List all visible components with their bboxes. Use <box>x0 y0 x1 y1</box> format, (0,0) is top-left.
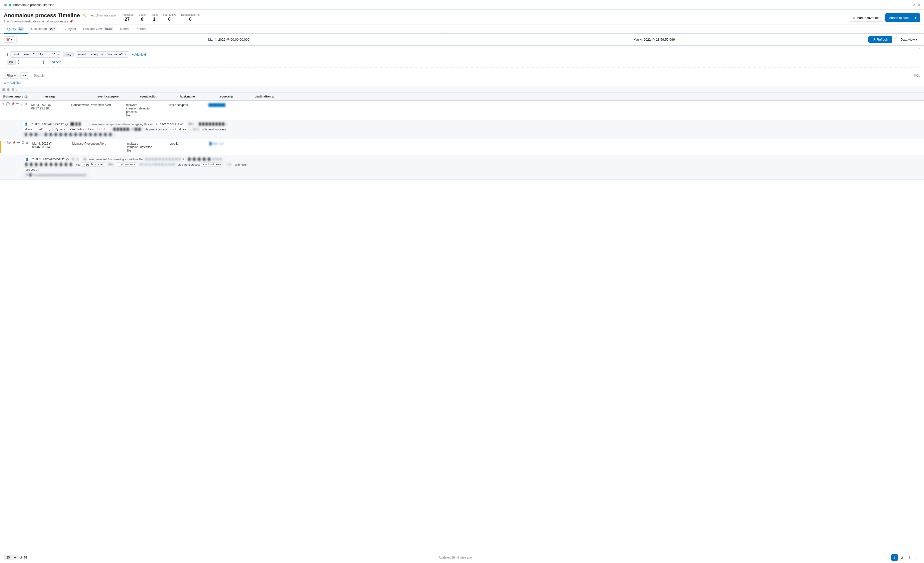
tab-query[interactable]: Query 53 <box>4 24 28 34</box>
row1-timestamp: Mar 4, 2022 @ 09:57:25.728 <box>29 102 69 111</box>
row1-host-link[interactable]: ████████ <box>208 103 225 107</box>
maximize-icon[interactable]: ⤢ <box>912 3 915 7</box>
attach-to-case-button[interactable]: Attach to case ▾ <box>885 13 920 22</box>
footer-total: 53 <box>24 556 27 559</box>
page-1-button[interactable]: 1 <box>891 554 898 561</box>
empty-query-group <box>21 61 41 63</box>
add-field-link-2[interactable]: + Add field <box>47 60 61 64</box>
col-header-message[interactable]: message <box>40 93 95 100</box>
table-row: ✎ 💬 📌 ••• ☑ ⊞ Mar 4, 2022 @ 09:46:33.614… <box>0 139 924 180</box>
tab-pinned[interactable]: Pinned <box>132 24 149 34</box>
row2-expand-icon[interactable]: ✎ <box>3 141 6 144</box>
row2-note-icon[interactable]: 💬 <box>7 141 11 144</box>
page-2-button[interactable]: 2 <box>899 554 905 561</box>
tab-query-badge: 53 <box>18 27 24 31</box>
or-operator[interactable]: OR <box>7 60 16 64</box>
col-event-action-label: event.action <box>140 95 158 98</box>
stat-source-ips-value: 0 <box>168 17 171 22</box>
filter-host-name[interactable]: host.name: "1 d1s...n.1" ✎ <box>10 51 61 58</box>
divider <box>912 15 912 20</box>
row2-event-action: creation <box>167 141 207 146</box>
table-fields-icon[interactable]: ⊟ <box>12 87 15 91</box>
row2-detail-line3: success <box>24 168 920 172</box>
share-icon[interactable]: ⤴ <box>894 37 896 42</box>
row1-detail-hash2: █↑█↓█↑█↓█↑█↓█↑█↓ <box>197 122 228 126</box>
page-title: Anomalous process Timeline <box>4 12 80 19</box>
row1-arg2: Bypass <box>54 127 67 132</box>
row1-more-icon[interactable]: ••• <box>16 102 19 106</box>
data-view-button[interactable]: Data view ▾ <box>898 36 920 43</box>
sort-badge: 1 <box>24 95 28 98</box>
table-gear-icon[interactable]: ⚙ <box>7 87 10 91</box>
refresh-button[interactable]: ↺ Refresh <box>868 36 892 43</box>
stat-hosts-value: 1 <box>153 17 155 22</box>
row1-expand-icon[interactable]: ✎ <box>2 102 5 106</box>
edit-icon[interactable]: ✏️ <box>82 13 87 18</box>
page-next-button[interactable]: › <box>914 554 920 561</box>
col-host-name-label: host.name <box>180 95 195 98</box>
row1-check-icon[interactable]: ☑ <box>21 102 23 106</box>
row1-note-icon[interactable]: 💬 <box>6 102 10 106</box>
per-page-select[interactable]: 25 10 50 100 <box>4 555 18 560</box>
row1-pin-icon[interactable]: 📌 <box>11 102 15 106</box>
tab-correlation[interactable]: Correlation 297 <box>28 24 60 34</box>
row2-expand-btn[interactable]: ⊞ <box>26 141 28 144</box>
row1-cat-2: intrusion_detection <box>126 107 164 110</box>
row2-check-icon[interactable]: ☑ <box>21 141 24 144</box>
row1-cat-1: malware <box>126 103 164 107</box>
col-headers: @timestamp ↓ 1 message event.category ev… <box>0 93 924 101</box>
row2-parent-via: via parent process <box>178 163 200 166</box>
row2-pin-icon[interactable]: 📌 <box>12 141 16 144</box>
filter-event-category[interactable]: event.category: "malware" ✕ <box>76 51 129 58</box>
col-header-dest-ip[interactable]: destination.ip <box>252 93 287 100</box>
col-header-event-cat[interactable]: event.category <box>95 93 138 100</box>
row2-detail-user: 👤 SYSTEM <box>24 157 42 161</box>
page-3-button[interactable]: 3 <box>906 554 913 561</box>
row1-main: ✎ 💬 📌 ••• ☑ ⊞ Mar 4, 2022 @ 09:57:25.728… <box>0 101 924 120</box>
col-header-host-name[interactable]: host.name <box>177 93 217 100</box>
row2-more-icon[interactable]: ••• <box>17 141 20 144</box>
time-range-picker[interactable]: Mar 4, 2022 @ 00:00:00.000 → Mar 4, 2022… <box>16 36 866 43</box>
filter-button[interactable]: Filter ▾ <box>4 73 18 79</box>
page-prev-button[interactable]: ‹ <box>884 554 890 561</box>
row1-parent-hash: 1b↑1 <box>191 127 201 132</box>
row2-pid: 1N1↑ <box>106 162 116 166</box>
row1-cat-4: file <box>126 114 164 117</box>
close-icon[interactable]: ✕ <box>917 3 920 7</box>
tab-notes[interactable]: Notes <box>117 24 132 34</box>
add-to-favorites-button[interactable]: ☆ Add to favorites <box>849 14 883 22</box>
row2-in: in <box>183 158 186 161</box>
field-selector[interactable]: ≡ ▾ <box>21 72 29 79</box>
row1-event-action: files-encrypted <box>166 102 206 108</box>
tab-session-view[interactable]: Session View BETA <box>80 24 117 34</box>
filter-host-name-pencil[interactable]: ✎ <box>57 52 59 56</box>
row2-host-name: █ d1s...n.1 <box>207 141 247 146</box>
col-dest-ip-label: destination.ip <box>255 95 274 98</box>
col-header-source-ip[interactable]: source.ip <box>217 93 252 100</box>
row1-cat-3: process <box>126 110 164 114</box>
tab-query-label: Query <box>7 27 16 31</box>
row1-detail-backslash: \ <box>42 123 43 126</box>
time-arrow-icon: → <box>438 37 445 41</box>
row2-host-link[interactable]: █ d1s...n.1 <box>210 142 224 145</box>
search-box[interactable] <box>31 72 912 79</box>
table-settings-icon[interactable]: ⊞ <box>2 87 5 91</box>
add-filter-button[interactable]: ⊕ + Add filter <box>4 81 21 84</box>
row1-expand-btn[interactable]: ⊞ <box>24 102 27 106</box>
col-header-timestamp[interactable]: @timestamp ↓ 1 <box>0 93 40 100</box>
add-field-link[interactable]: + Add field <box>132 53 146 56</box>
col-header-event-action[interactable]: event.action <box>138 93 177 100</box>
add-icon[interactable]: ⊕ <box>4 3 7 7</box>
table-sort-icon[interactable]: ↕ <box>16 87 18 91</box>
filter-event-category-close[interactable]: ✕ <box>125 52 126 56</box>
row2-timestamp: Mar 4, 2022 @ 09:46:33.614 <box>30 141 70 150</box>
row2-with-result: with result <box>235 163 248 166</box>
calendar-picker[interactable]: 📅 ▾ <box>4 36 15 43</box>
top-bar: ⊕ Anomalous process Timeline ⤢ ✕ <box>0 0 924 10</box>
row2-cmd: > python.exe <box>81 162 105 166</box>
and-operator[interactable]: AND <box>63 52 74 57</box>
row1-source-ip: — <box>246 102 281 108</box>
tab-analyzer[interactable]: Analyzer <box>60 24 80 34</box>
pin-icon[interactable]: 📌 <box>69 20 73 23</box>
search-input[interactable] <box>34 73 909 77</box>
